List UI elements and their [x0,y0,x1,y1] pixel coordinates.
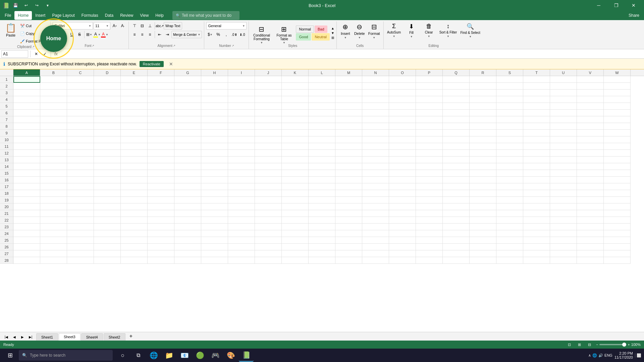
cell-S13[interactable] [496,157,523,163]
row-num-19[interactable]: 19 [0,197,13,203]
cell-W21[interactable] [604,210,631,217]
cell-V1[interactable] [577,76,604,83]
sheet-tab-sheet3[interactable]: Sheet3 [59,333,80,341]
cell-E13[interactable] [121,157,148,163]
cell-S8[interactable] [496,123,523,130]
cell-U17[interactable] [550,183,577,190]
cell-M9[interactable] [335,130,362,136]
cell-H27[interactable] [201,250,228,257]
styles-scroll-up[interactable]: ▲ [331,26,334,31]
cell-G1[interactable] [174,76,201,83]
menu-page-layout[interactable]: Page Layout [49,11,78,20]
reactivate-button[interactable]: Reactivate [140,61,164,67]
cell-T15[interactable] [523,170,550,177]
cell-T4[interactable] [523,96,550,103]
find-select-button[interactable]: 🔍 Find & Select ▼ [459,22,481,40]
cell-G7[interactable] [174,116,201,123]
cell-N4[interactable] [362,96,389,103]
cell-K10[interactable] [282,136,309,143]
cell-H16[interactable] [201,177,228,183]
cell-B13[interactable] [40,157,67,163]
cell-E17[interactable] [121,183,148,190]
cell-F26[interactable] [148,244,174,250]
cell-T13[interactable] [523,157,550,163]
prev-sheet-button[interactable]: ◀ [11,333,18,341]
italic-button[interactable]: I [60,31,68,38]
cell-U23[interactable] [550,224,577,230]
col-header-D[interactable]: D [94,69,121,76]
cell-U18[interactable] [550,190,577,197]
cell-H5[interactable] [201,103,228,110]
cell-A16[interactable] [13,177,40,183]
cell-R16[interactable] [470,177,496,183]
cell-C27[interactable] [67,250,94,257]
cell-P21[interactable] [416,210,443,217]
cell-L19[interactable] [309,197,335,203]
col-header-E[interactable]: E [121,69,148,76]
cell-P25[interactable] [416,237,443,244]
row-num-12[interactable]: 12 [0,150,13,157]
cell-V27[interactable] [577,250,604,257]
cell-H7[interactable] [201,116,228,123]
cell-C18[interactable] [67,190,94,197]
cell-O24[interactable] [389,230,416,237]
cell-A27[interactable] [13,250,40,257]
cell-F24[interactable] [148,230,174,237]
close-button[interactable]: ✕ [626,0,641,11]
cell-T3[interactable] [523,89,550,96]
cell-Q27[interactable] [443,250,470,257]
cell-Q6[interactable] [443,110,470,116]
middle-align-button[interactable]: ⊟ [139,22,146,29]
text-orientation-button[interactable]: abc↗ [156,22,163,29]
cell-B21[interactable] [40,210,67,217]
cell-C24[interactable] [67,230,94,237]
cell-L15[interactable] [309,170,335,177]
cell-B27[interactable] [40,250,67,257]
cell-W23[interactable] [604,224,631,230]
edge-button[interactable]: 🌐 [146,349,161,362]
cell-D16[interactable] [94,177,121,183]
row-num-14[interactable]: 14 [0,163,13,170]
cell-U10[interactable] [550,136,577,143]
cell-L20[interactable] [309,203,335,210]
cell-W2[interactable] [604,83,631,89]
cell-H20[interactable] [201,203,228,210]
chrome-button[interactable]: 🟢 [193,349,207,362]
row-num-25[interactable]: 25 [0,237,13,244]
cell-J8[interactable] [255,123,282,130]
cell-N21[interactable] [362,210,389,217]
cell-L10[interactable] [309,136,335,143]
increase-indent-button[interactable]: ⇥ [164,31,171,38]
cell-V22[interactable] [577,217,604,224]
cell-K7[interactable] [282,116,309,123]
cell-O20[interactable] [389,203,416,210]
cell-U12[interactable] [550,150,577,157]
cell-P17[interactable] [416,183,443,190]
cell-B17[interactable] [40,183,67,190]
cell-T24[interactable] [523,230,550,237]
cell-S2[interactable] [496,83,523,89]
cell-T7[interactable] [523,116,550,123]
menu-review[interactable]: Review [117,11,137,20]
cell-V28[interactable] [577,257,604,264]
cell-M4[interactable] [335,96,362,103]
cell-N18[interactable] [362,190,389,197]
cell-O3[interactable] [389,89,416,96]
cell-L2[interactable] [309,83,335,89]
col-header-P[interactable]: P [416,69,443,76]
cell-V11[interactable] [577,143,604,150]
cell-P18[interactable] [416,190,443,197]
cell-N8[interactable] [362,123,389,130]
cell-E6[interactable] [121,110,148,116]
right-align-button[interactable]: ≡ [146,31,154,38]
cell-T16[interactable] [523,177,550,183]
decrease-indent-button[interactable]: ⇤ [156,31,163,38]
cell-O23[interactable] [389,224,416,230]
cell-O26[interactable] [389,244,416,250]
cell-J23[interactable] [255,224,282,230]
cell-I3[interactable] [228,89,255,96]
cell-H3[interactable] [201,89,228,96]
conditional-formatting-button[interactable]: ⊟ Conditional Formatting ▼ [251,24,272,42]
cell-L26[interactable] [309,244,335,250]
alignment-expand-icon[interactable]: ↗ [173,44,175,47]
